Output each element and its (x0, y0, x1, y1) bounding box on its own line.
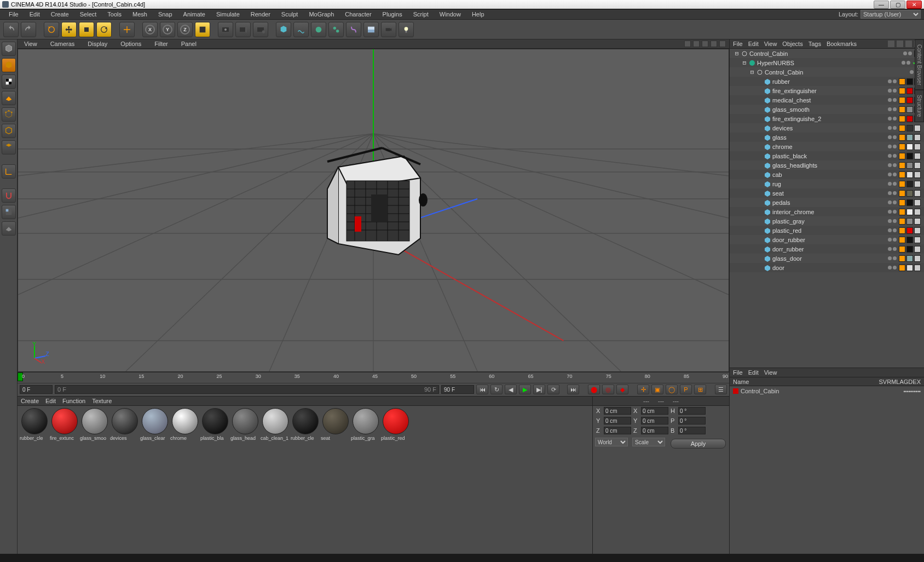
add-spline-button[interactable] (293, 22, 309, 37)
visibility-render-dot[interactable] (893, 191, 897, 195)
visibility-render-dot[interactable] (893, 238, 897, 242)
live-select-tool[interactable] (44, 22, 59, 37)
object-row-control_cabin[interactable]: ⊟Control_Cabin (730, 67, 924, 77)
visibility-editor-dot[interactable] (888, 107, 892, 111)
layer-flag-x[interactable]: • (919, 389, 921, 394)
visibility-editor-dot[interactable] (888, 89, 892, 93)
objmenu-file[interactable]: File (733, 41, 743, 47)
coord-rot-b[interactable] (678, 427, 706, 434)
render-picture-button[interactable] (235, 22, 251, 37)
visibility-editor-dot[interactable] (888, 191, 892, 195)
menu-select[interactable]: Select (74, 11, 102, 18)
material-glass_head[interactable]: glass_head (230, 408, 259, 441)
material-fire_extunc[interactable]: fire_extunc (50, 408, 79, 441)
object-row-door[interactable]: door (730, 263, 924, 272)
add-nurbs-button[interactable] (311, 22, 326, 37)
visibility-render-dot[interactable] (893, 219, 897, 223)
phong-tag-icon[interactable] (899, 237, 905, 243)
visibility-render-dot[interactable] (893, 210, 897, 214)
texture-tag-icon[interactable] (906, 97, 913, 104)
phong-tag-icon[interactable] (899, 246, 905, 253)
object-row-rug[interactable]: rug (730, 179, 924, 188)
texture-tag-icon[interactable] (906, 78, 913, 85)
key-pos-button[interactable]: ✢ (637, 385, 649, 394)
undo-button[interactable] (3, 22, 19, 37)
object-row-seat[interactable]: seat (730, 188, 924, 198)
menu-mesh[interactable]: Mesh (127, 11, 153, 18)
visibility-editor-dot[interactable] (888, 154, 892, 158)
record-button[interactable]: ⬤ (588, 385, 600, 394)
objmenu-view[interactable]: View (764, 41, 777, 47)
menu-character[interactable]: Character (339, 11, 377, 18)
key-pla-button[interactable]: ⊞ (694, 385, 706, 394)
texture-tag-icon[interactable] (914, 190, 921, 197)
visibility-render-dot[interactable] (893, 79, 897, 83)
phong-tag-icon[interactable] (899, 199, 905, 206)
z-axis-lock[interactable]: Z (177, 22, 193, 37)
coord-rot-p[interactable] (678, 417, 706, 425)
object-row-dorr_rubber[interactable]: dorr_rubber (730, 244, 924, 254)
menu-sculpt[interactable]: Sculpt (276, 11, 304, 18)
menu-window[interactable]: Window (434, 11, 466, 18)
texture-tag-icon[interactable] (906, 144, 913, 150)
phong-tag-icon[interactable] (899, 116, 905, 122)
layout-select[interactable]: Startup (User) (861, 10, 921, 19)
visibility-editor-dot[interactable] (888, 238, 892, 242)
menu-create[interactable]: Create (45, 11, 74, 18)
cycle-button[interactable]: ⟳ (547, 385, 559, 394)
phong-tag-icon[interactable] (899, 88, 905, 94)
texture-tag-icon[interactable] (906, 153, 913, 159)
keyframe-selection-button[interactable]: ◆ (616, 385, 628, 394)
visibility-editor-dot[interactable] (888, 266, 892, 269)
texture-tag-icon[interactable] (914, 144, 921, 150)
visibility-render-dot[interactable] (893, 89, 897, 93)
texture-tag-icon[interactable] (914, 153, 921, 159)
object-row-chrome[interactable]: chrome (730, 142, 924, 151)
menu-edit[interactable]: Edit (24, 11, 45, 18)
key-param-button[interactable]: P (680, 385, 692, 394)
viewport-hud-icon[interactable] (693, 41, 700, 47)
material-glass_smoo[interactable]: glass_smoo (80, 408, 109, 441)
project-settings-button[interactable]: ☰ (715, 385, 727, 394)
coord-pos-y[interactable] (604, 417, 631, 425)
visibility-editor-dot[interactable] (888, 210, 892, 214)
texture-mode-button[interactable] (2, 74, 16, 89)
close-button[interactable]: ✕ (906, 1, 922, 9)
texture-tag-icon[interactable] (906, 88, 913, 94)
material-plastic_gra[interactable]: plastic_gra (351, 408, 380, 441)
objmenu-objects[interactable]: Objects (782, 41, 802, 47)
visibility-render-dot[interactable] (893, 126, 897, 130)
viewport-max-icon[interactable] (719, 41, 726, 47)
vpmenu-panel[interactable]: Panel (178, 41, 200, 47)
coord-apply-button[interactable]: Apply (671, 439, 726, 449)
texture-tag-icon[interactable] (906, 246, 913, 253)
matmenu-edit[interactable]: Edit (45, 398, 56, 404)
object-row-plastic_gray[interactable]: plastic_gray (730, 216, 924, 226)
material-rubber_cle[interactable]: rubber_cle (291, 408, 320, 441)
snap-toggle[interactable] (2, 188, 16, 203)
edge-mode-button[interactable] (2, 124, 16, 138)
phong-tag-icon[interactable] (899, 134, 905, 141)
object-row-fire_extinguisher[interactable]: fire_extinguisher (730, 86, 924, 95)
texture-tag-icon[interactable] (906, 162, 913, 169)
visibility-editor-dot[interactable] (888, 247, 892, 251)
add-deformer-button[interactable] (346, 22, 361, 37)
visibility-render-dot[interactable] (893, 98, 897, 102)
visibility-editor-dot[interactable] (888, 145, 892, 148)
make-editable-button[interactable] (2, 42, 16, 56)
rotate-tool[interactable] (96, 22, 112, 37)
polygon-mode-button[interactable] (2, 140, 16, 154)
visibility-editor-dot[interactable] (888, 98, 892, 102)
texture-tag-icon[interactable] (914, 125, 921, 131)
end-frame-field[interactable] (441, 385, 474, 394)
coord-size-y[interactable] (641, 417, 668, 425)
object-row-door_rubber[interactable]: door_rubber (730, 235, 924, 244)
x-axis-lock[interactable]: X (142, 22, 158, 37)
material-rubber_cle[interactable]: rubber_cle (20, 408, 49, 441)
scale-tool[interactable] (79, 22, 94, 37)
visibility-render-dot[interactable] (893, 200, 897, 204)
visibility-render-dot[interactable] (893, 135, 897, 139)
y-axis-lock[interactable]: Y (160, 22, 175, 37)
coord-scale-select[interactable]: Scale (632, 438, 665, 446)
texture-tag-icon[interactable] (906, 227, 913, 234)
